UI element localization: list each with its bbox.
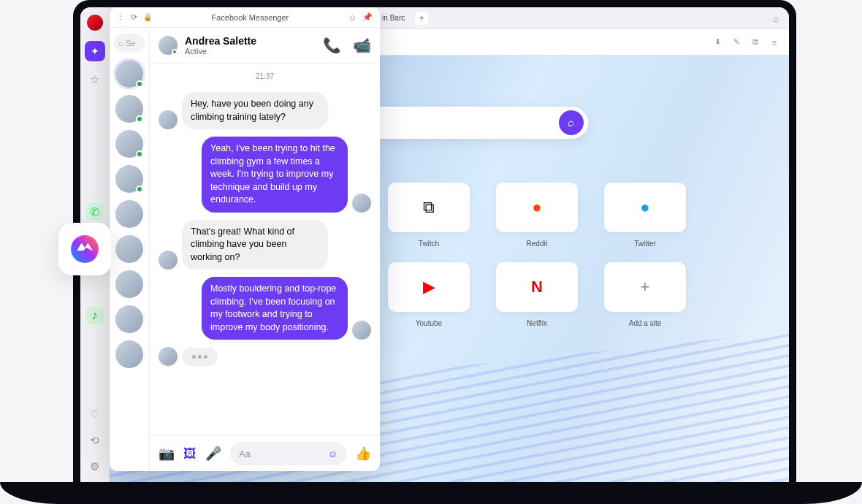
workspace-icon[interactable]: ✦: [85, 41, 105, 61]
netflix-icon: N: [531, 278, 543, 297]
bookmark-icon[interactable]: ☆: [87, 72, 103, 88]
search-tabs-icon[interactable]: ⌕: [768, 12, 783, 24]
conversation-avatar[interactable]: [115, 165, 143, 193]
speeddial-tile[interactable]: ⧉Twitch: [382, 183, 476, 248]
download-icon[interactable]: ⬇: [712, 37, 723, 48]
message-avatar: [159, 347, 178, 366]
snapshot-icon[interactable]: ⧉: [750, 37, 761, 48]
contact-avatar[interactable]: [159, 36, 178, 55]
contact-name: Andrea Salette: [185, 35, 256, 47]
message-row: That's great! What kind of climbing have…: [159, 220, 371, 270]
history-icon[interactable]: ⟲: [87, 432, 103, 448]
speeddial-tile[interactable]: ●Twitter: [598, 183, 692, 248]
mic-icon[interactable]: 🎤: [205, 446, 221, 462]
conversation-avatar[interactable]: [115, 130, 143, 158]
conversation-avatar[interactable]: [115, 60, 143, 88]
message-avatar: [352, 321, 371, 340]
pin-icon[interactable]: 📌: [362, 12, 373, 22]
contact-status: Active: [185, 47, 256, 56]
chat-pane: Andrea Salette Active 📞 📹 21:37 Hey, hav…: [150, 28, 380, 471]
plus-icon: +: [641, 278, 650, 297]
messenger-icon: [71, 235, 99, 263]
new-tab-button[interactable]: +: [415, 12, 428, 25]
timestamp: 21:37: [159, 72, 371, 80]
menu-icon[interactable]: ≡: [768, 37, 780, 48]
voice-call-icon[interactable]: 📞: [323, 37, 341, 54]
like-icon[interactable]: 👍: [355, 446, 371, 462]
whatsapp-icon[interactable]: ✆: [86, 203, 104, 221]
message-input[interactable]: Aa ☺: [230, 442, 346, 465]
more-icon[interactable]: ⋮: [117, 12, 125, 22]
messenger-panel: ⋮ ⟳ 🔒 Facebook Messenger ☺ 📌 ⌕Se Andrea …: [110, 7, 380, 471]
message-bubble: Mostly bouldering and top-rope climbing.…: [202, 277, 348, 340]
speeddial-tile[interactable]: ●Reddit: [490, 183, 584, 248]
youtube-icon: ▶: [423, 278, 435, 297]
speeddial-tile[interactable]: ▶Youtube: [382, 262, 476, 327]
message-bubble: That's great! What kind of climbing have…: [182, 220, 328, 270]
twitter-icon: ●: [640, 198, 649, 217]
speeddial-grid: ⧉Twitch ●Reddit ●Twitter ▶Youtube NNetfl…: [382, 183, 692, 327]
settings-icon[interactable]: ⚙: [87, 459, 103, 475]
conversation-avatar[interactable]: [115, 200, 143, 228]
messenger-titlebar: ⋮ ⟳ 🔒 Facebook Messenger ☺ 📌: [110, 7, 380, 28]
message-avatar: [159, 251, 178, 270]
spotify-icon[interactable]: ♪: [86, 307, 104, 324]
chat-header: Andrea Salette Active 📞 📹: [150, 28, 380, 64]
twitch-icon: ⧉: [423, 198, 435, 217]
message-row: Mostly bouldering and top-rope climbing.…: [159, 277, 371, 340]
conversation-list: ⌕Se: [110, 28, 150, 471]
emoji-picker-icon[interactable]: ☺: [328, 448, 337, 459]
message-bubble: Yeah, I've been trying to hit the climbi…: [202, 137, 348, 213]
conversation-avatar[interactable]: [115, 305, 143, 333]
conversation-avatar[interactable]: [115, 235, 143, 263]
camera-icon[interactable]: 📷: [159, 446, 175, 462]
image-icon[interactable]: 🖼: [183, 446, 197, 462]
message-bubble: Hey, have you been doing any climbing tr…: [182, 92, 328, 129]
message-row: Yeah, I've been trying to hit the climbi…: [159, 137, 371, 213]
message-row: Hey, have you been doing any climbing tr…: [159, 92, 371, 129]
laptop-base: [0, 482, 862, 504]
emoji-icon[interactable]: ☺: [348, 13, 356, 22]
input-placeholder: Aa: [239, 448, 251, 459]
speeddial-add[interactable]: +Add a site: [598, 262, 692, 327]
messenger-badge[interactable]: [58, 223, 111, 275]
reload-icon[interactable]: ⟳: [131, 12, 137, 22]
conversation-avatar[interactable]: [115, 95, 143, 123]
search-button[interactable]: ⌕: [559, 110, 584, 135]
search-icon: ⌕: [118, 39, 123, 47]
chat-input-bar: 📷 🖼 🎤 Aa ☺ 👍: [150, 435, 380, 471]
conversation-avatar[interactable]: [115, 340, 143, 368]
heart-icon[interactable]: ♡: [87, 406, 103, 422]
reddit-icon: ●: [532, 198, 541, 217]
message-avatar: [352, 194, 371, 213]
speeddial-tile[interactable]: NNetflix: [490, 262, 584, 327]
edit-icon[interactable]: ✎: [731, 37, 742, 48]
conversation-avatar[interactable]: [115, 270, 143, 298]
typing-indicator: [159, 347, 371, 366]
lock-icon: 🔒: [143, 13, 152, 21]
opera-logo-icon[interactable]: [87, 15, 103, 31]
video-call-icon[interactable]: 📹: [353, 37, 371, 54]
message-thread: 21:37 Hey, have you been doing any climb…: [150, 64, 380, 435]
message-avatar: [159, 110, 178, 129]
messenger-window-title: Facebook Messenger: [158, 13, 343, 22]
search-input[interactable]: ⌕Se: [114, 34, 145, 53]
